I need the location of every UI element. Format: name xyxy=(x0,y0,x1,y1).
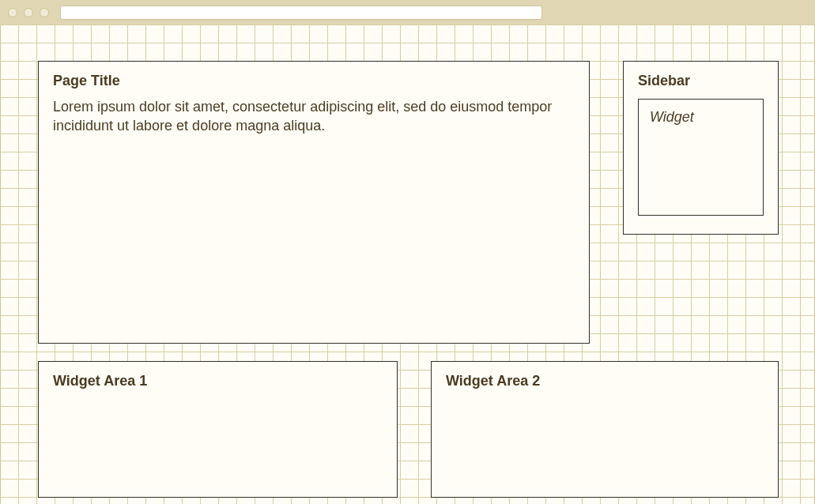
url-bar[interactable] xyxy=(60,6,542,20)
close-icon[interactable] xyxy=(8,8,17,17)
sidebar-title: Sidebar xyxy=(638,73,764,89)
maximize-icon[interactable] xyxy=(40,8,49,17)
minimize-icon[interactable] xyxy=(24,8,33,17)
widget-area-2-title: Widget Area 2 xyxy=(446,373,764,389)
page-body: Lorem ipsum dolor sit amet, consectetur … xyxy=(53,97,575,136)
sidebar-widget: Widget xyxy=(638,99,764,216)
page-title: Page Title xyxy=(53,73,575,89)
sidebar-widget-label: Widget xyxy=(650,109,752,126)
widget-area-2-panel: Widget Area 2 xyxy=(431,361,779,498)
widget-area-1-title: Widget Area 1 xyxy=(53,373,383,389)
main-content-panel: Page Title Lorem ipsum dolor sit amet, c… xyxy=(38,61,590,344)
sidebar-panel: Sidebar Widget xyxy=(623,61,779,235)
widget-area-1-panel: Widget Area 1 xyxy=(38,361,398,498)
browser-titlebar xyxy=(0,0,815,25)
browser-frame: Page Title Lorem ipsum dolor sit amet, c… xyxy=(0,0,815,504)
wireframe-canvas: Page Title Lorem ipsum dolor sit amet, c… xyxy=(0,25,815,504)
window-controls xyxy=(8,8,49,17)
